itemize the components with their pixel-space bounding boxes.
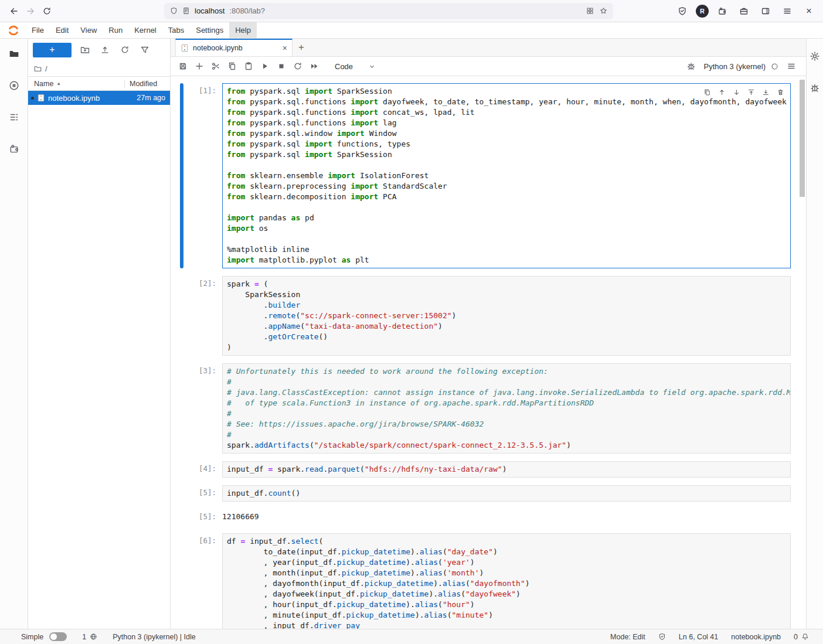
cell-collapser[interactable] [180, 461, 183, 478]
new-folder-icon[interactable] [79, 43, 91, 56]
restart-run-all-button[interactable] [307, 59, 322, 74]
duplicate-cell-button[interactable] [700, 86, 713, 98]
code-content[interactable]: spark = ( SparkSession .builder .remote(… [227, 279, 786, 353]
property-inspector-gear-icon[interactable] [808, 49, 822, 63]
kernel-status-text[interactable]: Python 3 (ipykernel) | Idle [113, 633, 196, 641]
tab-close-icon[interactable]: × [283, 43, 287, 53]
cell-editor[interactable]: spark = ( SparkSession .builder .remote(… [222, 276, 791, 356]
kernel-status-idle-icon[interactable] [771, 63, 778, 70]
file-browser-tab-folder-icon[interactable] [7, 47, 21, 61]
shield-check-icon[interactable] [674, 3, 691, 19]
output-collapser[interactable] [180, 509, 183, 521]
run-cell-button[interactable] [257, 59, 273, 74]
restart-kernel-button[interactable] [290, 59, 305, 74]
new-tab-button[interactable]: + [293, 39, 310, 56]
code-cell-1[interactable]: [1]: from pyspark.sql import SparkSessio… [176, 83, 791, 268]
code-cell-2[interactable]: [2]: spark = ( SparkSession .builder .re… [176, 276, 791, 356]
code-content[interactable]: # Unfortunately this is needed to work a… [227, 366, 786, 451]
table-of-contents-icon[interactable] [7, 110, 21, 124]
cell-editor[interactable]: df = input_df.select( to_date(input_df.p… [222, 533, 791, 629]
tab-notebook[interactable]: notebook.ipynb × [175, 39, 293, 56]
notifications-indicator[interactable]: 0 [794, 633, 809, 641]
reload-button[interactable] [39, 3, 55, 19]
toolbox-icon[interactable] [736, 3, 752, 19]
menu-settings[interactable]: Settings [190, 22, 229, 38]
toolbar-overflow-menu-icon[interactable] [784, 59, 799, 74]
insert-cell-button[interactable] [192, 59, 207, 74]
menu-kernel[interactable]: Kernel [128, 22, 162, 38]
sort-ascending-icon: ▲ [56, 81, 61, 86]
code-cell-4[interactable]: [4]: input_df = spark.read.parquet("hdfs… [176, 461, 791, 478]
debugger-sidebar-bug-icon[interactable] [808, 81, 822, 95]
bookmark-star-icon[interactable] [600, 7, 607, 15]
notebook-toolbar: Code Python 3 (ykernel) [171, 57, 806, 76]
cell-editor[interactable]: input_df.count() [222, 485, 791, 502]
running-kernels-stop-icon[interactable] [7, 79, 21, 93]
insert-cell-below-button[interactable] [759, 86, 772, 98]
upload-icon[interactable] [98, 43, 111, 56]
file-row-notebook[interactable]: notebook.ipynb 27m ago [28, 91, 170, 105]
kernel-name[interactable]: Python 3 (ykernel) [704, 62, 766, 71]
paste-cells-button[interactable] [241, 59, 256, 74]
code-content[interactable]: input_df = spark.read.parquet("hdfs://hd… [227, 464, 786, 475]
containers-grid-icon[interactable] [586, 7, 594, 15]
sidebar-toggle-icon[interactable] [757, 3, 774, 19]
code-cell-3[interactable]: [3]: # Unfortunately this is needed to w… [176, 363, 791, 454]
menu-file[interactable]: File [26, 22, 50, 38]
sessions-indicator[interactable]: 1 [82, 633, 97, 641]
url-bar[interactable]: localhost:8080/lab? [164, 3, 613, 19]
insert-cell-above-button[interactable] [744, 86, 757, 98]
mode-indicator[interactable]: Mode: Edit [610, 633, 645, 641]
menu-view[interactable]: View [74, 22, 103, 38]
menu-help[interactable]: Help [229, 22, 257, 38]
move-cell-up-button[interactable] [715, 86, 728, 98]
move-cell-down-button[interactable] [730, 86, 743, 98]
cell-collapser[interactable] [180, 363, 183, 454]
menu-edit[interactable]: Edit [50, 22, 74, 38]
menu-tabs[interactable]: Tabs [162, 22, 190, 38]
extensions-puzzle-icon[interactable] [714, 3, 730, 19]
tracking-protection-shield-icon[interactable] [170, 7, 178, 15]
interrupt-kernel-button[interactable] [274, 59, 289, 74]
filter-funnel-icon[interactable] [138, 43, 151, 56]
cell-collapser[interactable] [180, 276, 183, 356]
app-menu-button[interactable] [779, 3, 795, 19]
cell-type-dropdown[interactable]: Code [331, 61, 379, 72]
code-cell-5[interactable]: [5]: input_df.count() [176, 485, 791, 502]
copy-cells-button[interactable] [225, 59, 240, 74]
menu-run[interactable]: Run [103, 22, 128, 38]
breadcrumb-root[interactable]: / [45, 64, 47, 73]
code-content[interactable]: from pyspark.sql import SparkSessionfrom… [227, 86, 786, 265]
breadcrumb[interactable]: / [28, 61, 170, 76]
cell-collapser[interactable] [180, 485, 183, 502]
delete-cell-button[interactable] [774, 86, 787, 98]
new-launcher-button[interactable]: + [33, 43, 72, 57]
page-info-icon[interactable] [182, 7, 190, 15]
tab-bar: notebook.ipynb × + [171, 39, 806, 57]
cell-collapser[interactable] [180, 83, 183, 268]
code-content[interactable]: input_df.count() [227, 488, 786, 499]
cell-editor[interactable]: from pyspark.sql import SparkSessionfrom… [222, 83, 791, 268]
refresh-icon[interactable] [118, 43, 131, 56]
cut-cells-button[interactable] [208, 59, 223, 74]
notebook-scroll-area[interactable]: [1]: from pyspark.sql import SparkSessio… [171, 76, 806, 629]
cursor-position[interactable]: Ln 6, Col 41 [679, 633, 718, 641]
debugger-bug-icon[interactable] [683, 59, 699, 74]
column-header-name[interactable]: Name ▲ [28, 80, 124, 88]
column-header-modified[interactable]: Modified [124, 80, 170, 88]
cell-editor[interactable]: input_df = spark.read.parquet("hdfs://hd… [222, 461, 791, 478]
code-cell-6[interactable]: [6]: df = input_df.select( to_date(input… [176, 533, 791, 629]
close-icon[interactable]: × [801, 3, 817, 19]
left-sidebar-strip [0, 39, 28, 629]
file-list-header: Name ▲ Modified [28, 76, 170, 91]
simple-mode-toggle[interactable] [49, 632, 67, 641]
forward-button[interactable] [22, 3, 39, 19]
scrollbar-thumb[interactable] [800, 80, 805, 197]
back-button[interactable] [6, 3, 22, 19]
extension-manager-puzzle-icon[interactable] [7, 142, 21, 156]
cell-collapser[interactable] [180, 533, 183, 629]
code-content[interactable]: df = input_df.select( to_date(input_df.p… [227, 536, 786, 629]
account-avatar[interactable]: R [696, 5, 709, 18]
cell-editor[interactable]: # Unfortunately this is needed to work a… [222, 363, 791, 454]
save-button[interactable] [175, 59, 191, 74]
